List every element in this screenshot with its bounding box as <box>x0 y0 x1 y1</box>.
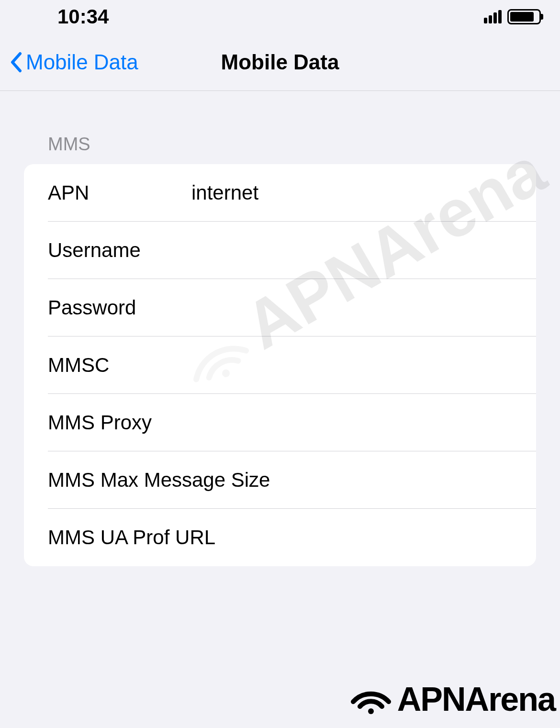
mms-proxy-row[interactable]: MMS Proxy <box>24 394 536 451</box>
page-title: Mobile Data <box>221 50 339 74</box>
password-row[interactable]: Password <box>24 279 536 336</box>
password-input[interactable] <box>191 296 512 319</box>
mms-settings-group: APN Username Password MMSC MMS Proxy MMS… <box>24 164 536 566</box>
section-header-mms: MMS <box>0 91 560 164</box>
status-time: 10:34 <box>57 5 109 28</box>
mms-ua-prof-row[interactable]: MMS UA Prof URL <box>24 509 536 566</box>
wifi-icon <box>349 683 392 716</box>
battery-icon <box>507 9 541 24</box>
mms-max-size-label: MMS Max Message Size <box>48 469 512 492</box>
mmsc-row[interactable]: MMSC <box>24 336 536 394</box>
mms-ua-prof-label: MMS UA Prof URL <box>48 526 512 549</box>
mms-proxy-label: MMS Proxy <box>48 411 191 434</box>
back-button[interactable]: Mobile Data <box>10 50 138 74</box>
mmsc-input[interactable] <box>191 354 512 377</box>
back-label: Mobile Data <box>26 50 138 74</box>
chevron-left-icon <box>10 52 22 73</box>
cellular-signal-icon <box>484 10 502 23</box>
footer-logo: APNArena <box>349 680 555 718</box>
apn-label: APN <box>48 181 191 204</box>
nav-bar: Mobile Data Mobile Data <box>0 34 560 91</box>
status-icons <box>484 9 541 24</box>
mmsc-label: MMSC <box>48 354 191 377</box>
footer-logo-text: APNArena <box>397 680 555 718</box>
apn-input[interactable] <box>191 181 512 204</box>
username-label: Username <box>48 239 191 262</box>
mms-max-size-row[interactable]: MMS Max Message Size <box>24 451 536 509</box>
status-bar: 10:34 <box>0 0 560 34</box>
apn-row[interactable]: APN <box>24 164 536 222</box>
username-input[interactable] <box>191 239 512 262</box>
mms-proxy-input[interactable] <box>191 411 512 434</box>
password-label: Password <box>48 296 191 319</box>
svg-point-1 <box>368 708 374 714</box>
username-row[interactable]: Username <box>24 222 536 279</box>
